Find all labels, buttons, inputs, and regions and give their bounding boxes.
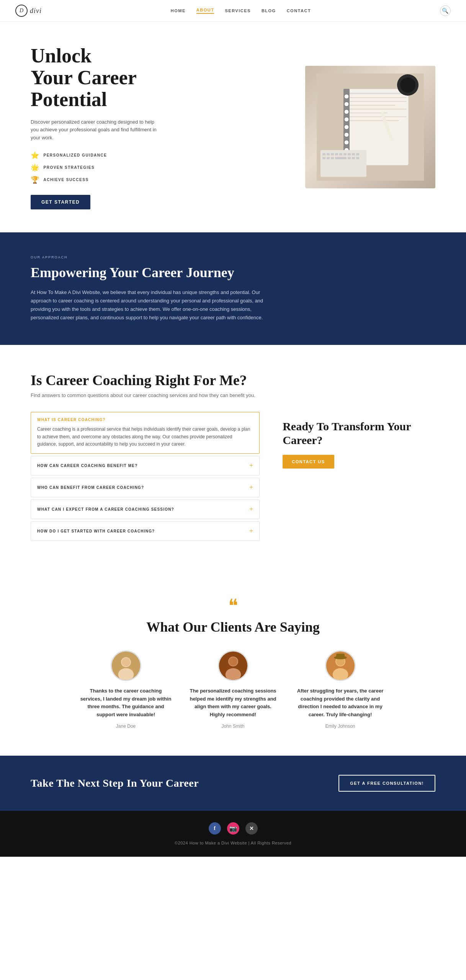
testimonials-section: ❝ What Our Clients Are Saying Thanks to …: [0, 570, 466, 756]
svg-rect-31: [322, 157, 325, 159]
testimonial-text-1: Thanks to the career coaching services, …: [80, 687, 172, 719]
avatar-image-3: [326, 652, 355, 680]
faq-item-5: How do I get started with career coachin…: [31, 521, 260, 541]
faq-header-5[interactable]: How do I get started with career coachin…: [31, 522, 259, 541]
svg-point-12: [344, 102, 349, 106]
svg-rect-3: [349, 97, 407, 98]
svg-rect-32: [327, 157, 330, 159]
quote-icon: ❝: [23, 597, 443, 615]
svg-rect-24: [331, 153, 334, 155]
logo-circle: D: [15, 5, 28, 17]
faq-cta-box: Ready to Transform Your Career? Contact …: [283, 412, 435, 543]
logo[interactable]: D divi: [15, 5, 42, 17]
footer-copyright: ©2024 How to Make a Divi Website | All R…: [15, 841, 451, 845]
svg-rect-9: [349, 120, 399, 121]
svg-rect-4: [349, 101, 407, 102]
svg-rect-23: [327, 153, 330, 155]
faq-item-1: What is career coaching? Career coaching…: [31, 412, 260, 454]
hero-photo: [305, 66, 435, 188]
approach-section: Our Approach Empowering Your Career Jour…: [0, 232, 466, 345]
star-icon-1: ⭐: [31, 151, 40, 160]
faq-layout: What is career coaching? Career coaching…: [31, 412, 435, 543]
svg-point-16: [344, 132, 349, 137]
faq-plus-icon-4: +: [249, 505, 253, 513]
feature-label-2: Proven Strategies: [44, 165, 95, 170]
svg-rect-5: [349, 105, 395, 106]
avatar-image-2: [219, 652, 247, 680]
faq-header-1[interactable]: What is career coaching?: [31, 412, 259, 423]
svg-point-11: [344, 94, 349, 99]
svg-rect-26: [339, 153, 342, 155]
faq-questions: What is career coaching? Career coaching…: [31, 412, 260, 543]
feature-2: 🌟 Proven Strategies: [31, 163, 282, 172]
cta-text: Take the Next Step in Your Career: [31, 777, 199, 789]
faq-plus-icon-2: +: [249, 462, 253, 470]
svg-rect-30: [356, 153, 359, 155]
svg-rect-29: [352, 153, 355, 155]
faq-header-3[interactable]: Who can benefit from career coaching? +: [31, 478, 259, 497]
testimonial-text-3: After struggling for years, the career c…: [294, 687, 386, 719]
testimonial-3: After struggling for years, the career c…: [294, 650, 386, 729]
trophy-icon: 🏆: [31, 176, 40, 184]
hero-photo-placeholder: [305, 66, 435, 188]
svg-rect-36: [352, 157, 355, 159]
nav-blog[interactable]: Blog: [262, 8, 276, 13]
hero-title: UnlockYour CareerPotential: [31, 45, 282, 111]
ready-box: Ready to Transform Your Career? Contact …: [283, 416, 435, 472]
get-started-button[interactable]: Get Started: [31, 195, 90, 209]
svg-rect-28: [348, 153, 351, 155]
star-icon-2: 🌟: [31, 163, 40, 172]
footer-social: f 📷 ✕: [15, 822, 451, 835]
svg-rect-25: [335, 153, 338, 155]
testimonial-text-2: The personalized coaching sessions helpe…: [187, 687, 279, 719]
faq-question-1: What is career coaching?: [37, 418, 106, 422]
nav-home[interactable]: Home: [171, 8, 186, 13]
svg-point-17: [344, 140, 349, 145]
faq-plus-icon-5: +: [249, 527, 253, 535]
faq-question-2: How can career coaching benefit me?: [37, 464, 138, 468]
contact-us-button[interactable]: Contact Us: [283, 455, 334, 469]
svg-rect-6: [349, 109, 407, 109]
instagram-icon[interactable]: 📷: [227, 822, 239, 835]
svg-point-39: [400, 77, 415, 93]
svg-rect-2: [349, 93, 407, 94]
svg-rect-8: [349, 116, 407, 117]
svg-rect-33: [331, 157, 334, 159]
faq-item-2: How can career coaching benefit me? +: [31, 456, 260, 475]
svg-point-42: [118, 668, 134, 681]
svg-point-43: [121, 658, 130, 666]
svg-point-47: [229, 657, 237, 666]
search-icon[interactable]: 🔍: [440, 5, 451, 16]
footer: f 📷 ✕ ©2024 How to Make a Divi Website |…: [0, 811, 466, 857]
svg-point-13: [344, 109, 349, 114]
avatar-2: [218, 650, 249, 681]
hero-image: [305, 66, 435, 188]
feature-label-3: Achieve Success: [44, 178, 89, 182]
faq-question-5: How do I get started with career coachin…: [37, 529, 155, 533]
svg-point-15: [344, 125, 349, 129]
svg-rect-27: [343, 153, 347, 155]
nav-services[interactable]: Services: [225, 8, 250, 13]
nav-contact[interactable]: Contact: [287, 8, 311, 13]
avatar-1: [111, 650, 141, 681]
faq-section: Is Career Coaching Right for Me? Find an…: [0, 345, 466, 570]
logo-text: divi: [30, 7, 42, 15]
hero-features: ⭐ Personalized Guidance 🌟 Proven Strateg…: [31, 151, 282, 184]
feature-1: ⭐ Personalized Guidance: [31, 151, 282, 160]
free-consultation-button[interactable]: Get A Free Consultation!: [338, 775, 435, 792]
faq-header-2[interactable]: How can career coaching benefit me? +: [31, 456, 259, 475]
feature-label-1: Personalized Guidance: [44, 153, 107, 157]
svg-point-50: [332, 668, 348, 681]
cta-banner: Take the Next Step in Your Career Get A …: [0, 756, 466, 811]
nav-links: Home About Services Blog Contact: [171, 8, 311, 14]
approach-text: At How To Make A Divi Website, we believ…: [31, 288, 276, 322]
x-twitter-icon[interactable]: ✕: [245, 822, 258, 835]
facebook-icon[interactable]: f: [209, 822, 221, 835]
nav-about[interactable]: About: [196, 8, 214, 14]
hero-content: UnlockYour CareerPotential Discover pers…: [31, 45, 282, 209]
faq-header-4[interactable]: What can I expect from a career coaching…: [31, 500, 259, 519]
approach-label: Our Approach: [31, 255, 435, 259]
testimonials-title: What Our Clients Are Saying: [23, 619, 443, 635]
faq-item-4: What can I expect from a career coaching…: [31, 500, 260, 519]
faq-plus-icon-3: +: [249, 483, 253, 492]
